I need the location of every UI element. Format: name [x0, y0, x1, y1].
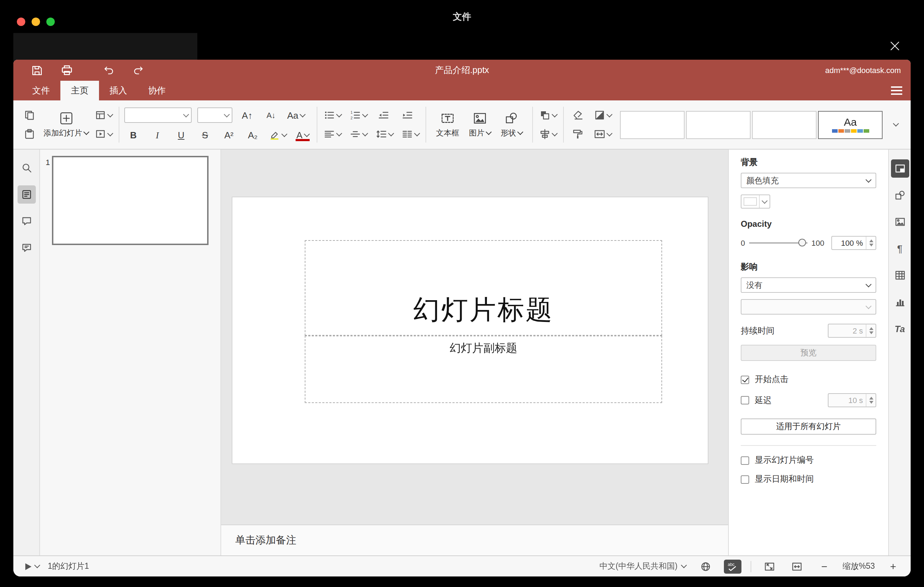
- print-button[interactable]: [60, 63, 74, 77]
- redo-button[interactable]: [131, 63, 145, 77]
- insert-image-button[interactable]: 图片: [464, 101, 496, 149]
- close-window-button[interactable]: [17, 18, 25, 26]
- spinner-arrows[interactable]: [866, 237, 876, 249]
- show-slide-number-checkbox[interactable]: [741, 456, 749, 465]
- undo-button[interactable]: [101, 63, 115, 77]
- delay-checkbox[interactable]: [741, 396, 749, 404]
- delay-spinbox[interactable]: 10 s: [828, 393, 876, 407]
- paragraph-settings-button[interactable]: ¶: [891, 239, 909, 258]
- tab-insert[interactable]: 插入: [99, 81, 138, 101]
- shape-settings-button[interactable]: [891, 186, 909, 204]
- change-case-button[interactable]: Aa: [286, 108, 306, 122]
- theme-slot-4-selected[interactable]: Aa: [818, 110, 883, 139]
- chart-settings-button[interactable]: [891, 293, 909, 311]
- slide-thumbnail[interactable]: [52, 156, 208, 245]
- menu-button[interactable]: [891, 86, 902, 95]
- columns-button[interactable]: [400, 127, 421, 141]
- textart-settings-button[interactable]: Ta: [891, 320, 909, 338]
- bold-button[interactable]: B: [124, 128, 142, 142]
- slide-layout-button[interactable]: [93, 108, 114, 122]
- opacity-spinbox[interactable]: 100 %: [831, 236, 876, 250]
- chat-button[interactable]: [17, 239, 35, 257]
- slide-thumbnails-panel: 1: [40, 150, 221, 556]
- theme-slot-1[interactable]: [620, 110, 685, 139]
- decrease-indent-button[interactable]: [374, 108, 393, 122]
- decrease-font-button[interactable]: A↓: [262, 108, 280, 122]
- italic-button[interactable]: I: [148, 128, 167, 142]
- zoom-window-button[interactable]: [46, 18, 55, 26]
- spellcheck-button[interactable]: abc: [724, 559, 741, 573]
- slide-title-placeholder[interactable]: 幻灯片标题: [305, 240, 662, 336]
- shape-align-button[interactable]: [538, 127, 558, 141]
- slide-subtitle-placeholder[interactable]: 幻灯片副标题: [305, 336, 662, 403]
- bullets-button[interactable]: [322, 108, 343, 122]
- fit-width-button[interactable]: [788, 559, 806, 573]
- start-on-click-checkbox[interactable]: [741, 375, 749, 384]
- document-language-button[interactable]: [696, 559, 715, 573]
- clear-style-button[interactable]: [569, 108, 587, 122]
- image-settings-button[interactable]: [891, 213, 909, 231]
- apply-to-all-button[interactable]: 适用于所有幻灯片: [741, 419, 876, 435]
- horizontal-align-button[interactable]: [322, 127, 343, 141]
- notes-area[interactable]: 单击添加备注: [221, 524, 728, 556]
- increase-font-button[interactable]: A↑: [238, 108, 256, 122]
- spinner-arrows[interactable]: [866, 325, 876, 337]
- theme-slot-3[interactable]: [752, 110, 817, 139]
- strikeout-button[interactable]: S: [196, 128, 214, 142]
- text-box-button[interactable]: 文本框: [431, 101, 464, 149]
- slide-settings-button[interactable]: [891, 159, 909, 178]
- insert-shape-button[interactable]: 形状: [496, 101, 527, 149]
- slide-size-button[interactable]: [592, 127, 613, 141]
- line-spacing-button[interactable]: [374, 127, 394, 141]
- minimize-window-button[interactable]: [31, 18, 40, 26]
- search-button[interactable]: [17, 159, 35, 177]
- effect-select[interactable]: 没有: [741, 277, 876, 293]
- tab-file[interactable]: 文件: [22, 81, 60, 101]
- preview-button[interactable]: 预览: [741, 345, 876, 361]
- copy-style-button[interactable]: [569, 127, 587, 141]
- zoom-out-button[interactable]: −: [815, 559, 833, 573]
- start-slideshow-status-button[interactable]: [22, 559, 41, 573]
- underline-button[interactable]: U: [172, 128, 190, 142]
- effect-type-select[interactable]: [741, 299, 876, 315]
- subscript-button[interactable]: A₂: [244, 128, 262, 142]
- close-dialog-button[interactable]: [886, 37, 903, 54]
- superscript-button[interactable]: A²: [220, 128, 238, 142]
- minus-icon: −: [821, 561, 827, 572]
- duration-spinbox[interactable]: 2 s: [828, 324, 876, 338]
- numbering-button[interactable]: 12: [348, 108, 369, 122]
- table-settings-button[interactable]: [891, 266, 909, 284]
- zoom-in-button[interactable]: +: [884, 559, 902, 573]
- paste-button[interactable]: [20, 127, 39, 141]
- comments-button[interactable]: [17, 212, 35, 230]
- theme-slot-2[interactable]: [686, 110, 751, 139]
- slider-handle[interactable]: [798, 239, 806, 246]
- font-size-select[interactable]: [197, 107, 233, 123]
- numbered-list-icon: 12: [350, 110, 361, 121]
- vertical-align-button[interactable]: [348, 127, 369, 141]
- highlight-color-button[interactable]: [267, 128, 288, 142]
- increase-indent-button[interactable]: [398, 108, 416, 122]
- spinner-arrows[interactable]: [866, 394, 876, 407]
- fit-slide-button[interactable]: [761, 559, 779, 573]
- background-color-picker[interactable]: [741, 195, 770, 209]
- tab-collaboration[interactable]: 协作: [138, 81, 176, 101]
- show-date-time-checkbox[interactable]: [741, 475, 749, 483]
- save-icon: [31, 64, 43, 76]
- chevron-down-icon: [866, 176, 872, 183]
- language-select[interactable]: 中文(中华人民共和国): [598, 559, 687, 573]
- slides-panel-button[interactable]: [17, 185, 35, 204]
- opacity-slider[interactable]: [749, 242, 807, 244]
- start-slideshow-button[interactable]: [93, 127, 114, 141]
- slide[interactable]: 幻灯片标题 幻灯片副标题: [233, 197, 708, 463]
- color-scheme-button[interactable]: [592, 108, 613, 122]
- copy-button[interactable]: [20, 108, 39, 122]
- arrange-button[interactable]: [538, 108, 558, 122]
- add-slide-button[interactable]: 添加幻灯片: [39, 101, 93, 149]
- expand-toolbar-button[interactable]: [888, 101, 904, 149]
- font-color-button[interactable]: A: [294, 128, 312, 142]
- tab-home[interactable]: 主页: [60, 81, 99, 101]
- save-button[interactable]: [30, 63, 43, 77]
- background-fill-select[interactable]: 颜色填充: [741, 173, 876, 188]
- font-name-select[interactable]: [124, 107, 192, 123]
